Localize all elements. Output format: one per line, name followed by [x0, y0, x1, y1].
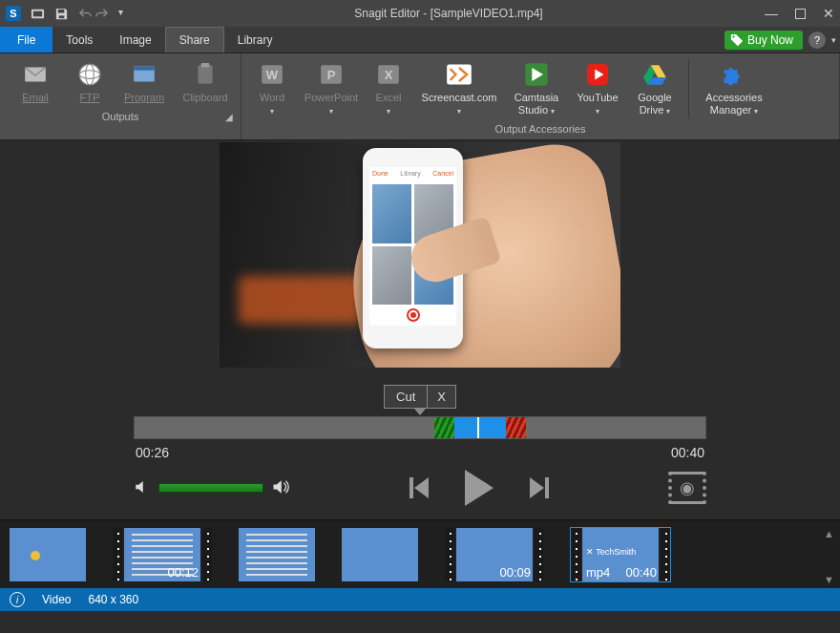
- new-capture-icon[interactable]: [31, 7, 45, 21]
- canvas-area: DoneLibraryCancel: [0, 140, 840, 390]
- svg-point-4: [732, 35, 734, 37]
- cut-pointer-icon: [414, 409, 426, 415]
- qat-customize-icon[interactable]: ▾: [118, 7, 133, 21]
- acc-excel[interactable]: X Excel▾: [368, 59, 410, 118]
- save-icon[interactable]: [54, 7, 69, 21]
- tray-thumb-type: mp4: [586, 565, 610, 580]
- volume-slider[interactable]: [158, 483, 263, 493]
- acc-youtube[interactable]: YouTube▾: [570, 59, 625, 118]
- play-button[interactable]: [465, 470, 494, 506]
- speaker-max-icon: [271, 477, 290, 499]
- menu-bar: File Tools Image Share Library Buy Now ?…: [0, 27, 840, 53]
- output-email[interactable]: Email: [8, 59, 63, 106]
- tray-scroll-down-icon[interactable]: ▼: [824, 574, 834, 585]
- minimize-button[interactable]: —: [765, 6, 778, 21]
- tray-scroll-up-icon[interactable]: ▲: [824, 528, 834, 539]
- output-program[interactable]: Program: [116, 59, 172, 106]
- capture-tray: 00:12 00:09 ✕ TechSmith mp4 00:40 ▲ ▼: [0, 519, 840, 588]
- word-icon: W: [259, 61, 285, 88]
- selection-range[interactable]: [454, 417, 506, 438]
- ribbon-group-accessories: W Word▾ P PowerPoint▾ X Excel▾ Screencas…: [242, 53, 840, 139]
- acc-manager[interactable]: AccessoriesManager ▾: [699, 59, 769, 118]
- svg-rect-12: [201, 63, 210, 67]
- tray-thumb-2[interactable]: 00:12: [113, 528, 212, 581]
- volume-control[interactable]: [134, 477, 290, 499]
- svg-rect-10: [134, 66, 155, 70]
- youtube-icon: [584, 61, 611, 88]
- google-drive-icon: [641, 61, 668, 88]
- close-button[interactable]: ✕: [823, 6, 834, 21]
- help-button[interactable]: ?: [808, 32, 826, 49]
- svg-text:X: X: [385, 68, 393, 82]
- maximize-button[interactable]: [795, 9, 806, 19]
- svg-text:P: P: [327, 68, 336, 82]
- ribbon-share: Email FTP Program Clipboard Outputs◢ W W…: [0, 53, 840, 140]
- output-ftp[interactable]: FTP: [69, 59, 111, 106]
- screencast-icon: [446, 61, 472, 88]
- techsmith-badge: ✕ TechSmith: [586, 547, 636, 557]
- capture-frame-button[interactable]: ◉: [668, 472, 706, 504]
- excel-icon: X: [375, 61, 402, 88]
- status-dimensions: 640 x 360: [88, 593, 138, 606]
- tray-thumb-4[interactable]: [342, 528, 418, 581]
- svg-rect-1: [33, 11, 42, 16]
- globe-icon: [76, 61, 103, 88]
- buy-now-label: Buy Now: [747, 33, 793, 47]
- cut-button[interactable]: Cut: [385, 386, 428, 408]
- acc-camtasia[interactable]: CamtasiaStudio ▾: [509, 59, 564, 118]
- acc-word[interactable]: W Word▾: [249, 59, 295, 118]
- svg-rect-3: [59, 15, 65, 18]
- tray-thumb-5[interactable]: 00:09: [445, 528, 544, 581]
- video-preview[interactable]: DoneLibraryCancel: [220, 142, 620, 368]
- tray-thumb-selected[interactable]: ✕ TechSmith mp4 00:40: [571, 528, 670, 581]
- window-title: Snagit Editor - [SampleVIDEO1.mp4]: [133, 7, 765, 20]
- time-total: 00:40: [671, 445, 704, 460]
- tray-thumb-3[interactable]: [239, 528, 315, 581]
- title-bar: S ▾ Snagit Editor - [SampleVIDEO1.mp4] —…: [0, 0, 840, 27]
- info-icon[interactable]: i: [10, 592, 25, 607]
- svg-rect-2: [58, 9, 65, 12]
- video-timeline[interactable]: [134, 416, 706, 439]
- cut-popup: Cut X: [384, 385, 456, 409]
- selection-out-marker[interactable]: [506, 417, 526, 438]
- redo-icon[interactable]: [94, 7, 109, 21]
- menu-library[interactable]: Library: [224, 27, 286, 53]
- output-clipboard[interactable]: Clipboard: [178, 59, 233, 106]
- status-media-type: Video: [42, 593, 71, 606]
- window-icon: [131, 61, 158, 88]
- tray-thumb-1[interactable]: [10, 528, 86, 581]
- ribbon-group-accessories-label: Output Accessories: [495, 123, 586, 135]
- status-bar: i Video 640 x 360: [0, 588, 840, 611]
- undo-icon[interactable]: [78, 7, 93, 21]
- clipboard-icon: [192, 61, 219, 88]
- svg-point-6: [79, 64, 100, 85]
- selection-in-marker[interactable]: [434, 417, 454, 438]
- puzzle-icon: [721, 61, 747, 88]
- playhead[interactable]: [477, 416, 479, 439]
- email-icon: [22, 61, 49, 88]
- svg-text:W: W: [266, 68, 279, 82]
- app-icon[interactable]: S: [6, 6, 21, 21]
- buy-now-button[interactable]: Buy Now: [724, 31, 803, 50]
- menu-tools[interactable]: Tools: [52, 27, 106, 53]
- acc-google-drive[interactable]: GoogleDrive ▾: [631, 59, 679, 118]
- cut-close-button[interactable]: X: [428, 386, 455, 408]
- outputs-launcher-icon[interactable]: ◢: [225, 112, 233, 122]
- svg-rect-11: [198, 65, 212, 84]
- ribbon-group-outputs: Email FTP Program Clipboard Outputs◢: [0, 53, 242, 139]
- menu-file[interactable]: File: [0, 27, 52, 53]
- speaker-icon: [134, 478, 151, 498]
- time-current: 00:26: [136, 445, 169, 460]
- help-dropdown-icon[interactable]: ▾: [831, 35, 836, 45]
- powerpoint-icon: P: [318, 61, 345, 88]
- menu-image[interactable]: Image: [106, 27, 164, 53]
- acc-screencast[interactable]: Screencast.com▾: [415, 59, 503, 118]
- step-back-button[interactable]: [410, 477, 429, 498]
- camtasia-icon: [523, 61, 550, 88]
- playback-controls: ◉: [0, 470, 840, 519]
- step-forward-button[interactable]: [530, 477, 549, 498]
- tray-thumb-duration: 00:40: [625, 565, 657, 580]
- tag-icon: [730, 33, 744, 47]
- menu-share[interactable]: Share: [165, 27, 224, 53]
- acc-powerpoint[interactable]: P PowerPoint▾: [301, 59, 362, 118]
